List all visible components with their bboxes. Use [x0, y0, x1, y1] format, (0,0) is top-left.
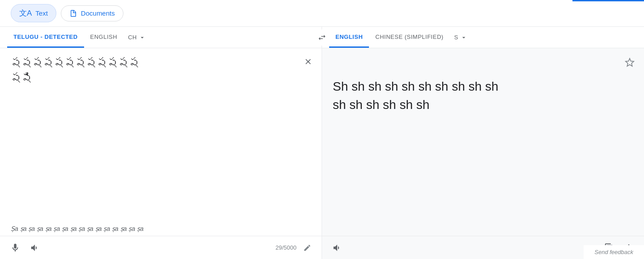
mic-button[interactable]: [7, 240, 23, 256]
language-bar: TELUGU - DETECTED ENGLISH CH ENGLISH CHI…: [0, 27, 644, 48]
swap-languages-button[interactable]: [314, 29, 330, 46]
source-lang-ch[interactable]: CH: [123, 27, 150, 48]
source-text-wrap: షషషషషషషషషషషషషషి: [0, 48, 322, 225]
target-lang-chinese[interactable]: CHINESE (SIMPLIFIED): [369, 27, 449, 48]
target-lang-english[interactable]: ENGLISH: [329, 27, 369, 48]
translate-icon: 文A: [19, 8, 32, 18]
target-text-wrap: Sh sh sh sh sh sh sh sh sh shsh sh sh sh…: [322, 71, 644, 236]
source-bottom-bar: 29/5000: [0, 236, 322, 259]
source-panel: షషషషషషషషషషషషషషి Ṣa ṣa ṣa ṣa ṣa ṣa ṣa ṣa …: [0, 48, 322, 259]
char-count: 29/5000: [275, 244, 297, 251]
target-lang-more[interactable]: S: [450, 27, 472, 48]
text-tab-label: Text: [35, 9, 48, 17]
edit-button[interactable]: [300, 241, 314, 255]
clear-button[interactable]: [302, 55, 314, 68]
source-lang-bar: TELUGU - DETECTED ENGLISH CH: [0, 27, 322, 48]
document-icon: [69, 9, 77, 17]
text-tab[interactable]: 文A Text: [11, 4, 56, 22]
top-bar: 文A Text Documents: [0, 0, 644, 27]
target-text: Sh sh sh sh sh sh sh sh sh shsh sh sh sh…: [333, 78, 633, 114]
source-lang-english[interactable]: ENGLISH: [84, 27, 124, 48]
documents-tab[interactable]: Documents: [61, 5, 123, 21]
documents-tab-label: Documents: [81, 9, 115, 17]
source-lang-detected[interactable]: TELUGU - DETECTED: [7, 27, 84, 48]
favorite-button[interactable]: [622, 54, 638, 71]
target-panel: Sh sh sh sh sh sh sh sh sh shsh sh sh sh…: [322, 48, 644, 259]
send-feedback-link[interactable]: Send feedback: [594, 249, 633, 255]
source-listen-button[interactable]: [27, 240, 43, 256]
target-lang-bar: ENGLISH CHINESE (SIMPLIFIED) S: [322, 27, 644, 48]
translate-area: షషషషషషషషషషషషషషి Ṣa ṣa ṣa ṣa ṣa ṣa ṣa ṣa …: [0, 48, 644, 259]
target-listen-button[interactable]: [329, 240, 345, 256]
footer: Send feedback: [584, 245, 644, 259]
romanization: Ṣa ṣa ṣa ṣa ṣa ṣa ṣa ṣa ṣa ṣa ṣa ṣa ṣa ṣ…: [0, 225, 322, 236]
source-text[interactable]: షషషషషషషషషషషషషషి: [11, 55, 298, 85]
